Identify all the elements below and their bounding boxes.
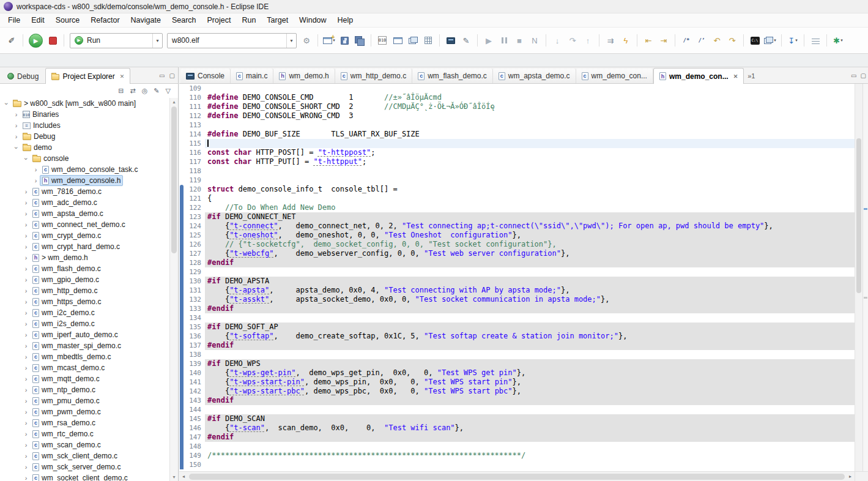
scroll-down-icon[interactable]: ▾ — [170, 474, 178, 480]
tree-item-content[interactable]: wm_sck_client_demo.c — [30, 450, 120, 461]
view-menu-icon[interactable]: ▽ — [166, 87, 171, 95]
code-line[interactable]: 118 — [179, 166, 855, 176]
tree-collapsed-arrow-icon[interactable]: › — [22, 277, 30, 283]
tree-item-content[interactable]: wm_crypt_hard_demo.c — [30, 241, 122, 252]
menu-file[interactable]: File — [2, 14, 26, 26]
tree-item-content[interactable]: wm_mbedtls_demo.c — [30, 351, 113, 362]
editor-maximize-icon[interactable]: ▢ — [859, 72, 868, 79]
tree-item[interactable]: ›wm_sck_server_demo.c — [0, 461, 169, 472]
tree-item[interactable]: ›wm_pmu_demo.c — [0, 395, 169, 406]
menu-navigate[interactable]: Navigate — [125, 14, 166, 26]
open-element-button[interactable] — [391, 33, 404, 48]
tree-collapsed-arrow-icon[interactable]: › — [22, 211, 30, 217]
tree-item[interactable]: ›wm_rsa_demo.c — [0, 417, 169, 428]
tree-expanded-arrow-icon[interactable]: › — [3, 100, 10, 108]
tree-collapsed-arrow-icon[interactable]: › — [22, 299, 30, 305]
scroll-up-icon[interactable]: ▴ — [170, 99, 178, 105]
tree-item-content[interactable]: wm_ntp_demo.c — [30, 384, 98, 395]
focus-task-icon[interactable]: ◎ — [142, 87, 148, 95]
tree-item[interactable]: ›> wm_demo.h — [0, 252, 169, 263]
vertical-scrollbar-thumb[interactable] — [856, 138, 861, 293]
tree-item[interactable]: ›wm_pwm_demo.c — [0, 406, 169, 417]
menu-help[interactable]: Help — [332, 14, 359, 26]
tree-item-content[interactable]: wm_adc_demo.c — [30, 197, 100, 208]
terminal-button[interactable] — [748, 33, 762, 48]
code-line[interactable]: 132 {"t-asskt", apsta_socket_demo, 0x0, … — [179, 295, 855, 304]
minimize-icon[interactable]: ▭ — [157, 72, 166, 79]
tree-collapsed-arrow-icon[interactable]: › — [22, 398, 30, 405]
link-with-editor-icon[interactable]: ⇄ — [130, 87, 135, 95]
code-line[interactable]: 112#define DEMO_CONSOLE_WRONG_CMD 3 — [179, 111, 855, 121]
tree-item-content[interactable]: wm_pmu_demo.c — [30, 395, 102, 406]
tree-item[interactable]: ›wm_https_demo.c — [0, 296, 169, 307]
menu-search[interactable]: Search — [166, 14, 202, 26]
code-line[interactable]: 120struct demo_console_info_t console_tb… — [179, 185, 855, 194]
tree-item[interactable]: ›wm_iperf_auto_demo.c — [0, 329, 169, 340]
tree-collapsed-arrow-icon[interactable]: › — [32, 177, 40, 184]
tree-collapsed-arrow-icon[interactable]: › — [22, 376, 30, 382]
editor-vertical-scrollbar[interactable] — [855, 84, 862, 471]
back-history-button[interactable]: ⇤ — [642, 33, 655, 48]
tree-item-content[interactable]: wm_i2s_demo.c — [30, 318, 97, 329]
tree-item[interactable]: ›wm_gpio_demo.c — [0, 274, 169, 285]
collapse-all-icon[interactable]: ⊟ — [118, 87, 124, 95]
horizontal-scrollbar-thumb[interactable] — [189, 474, 845, 480]
tree-item[interactable]: ›wm_sck_client_demo.c — [0, 450, 169, 461]
tree-item[interactable]: ›wm_http_demo.c — [0, 285, 169, 296]
resume-button[interactable]: ▶ — [482, 33, 495, 48]
tree-item-content[interactable]: wm_rsa_demo.c — [30, 417, 98, 428]
tree-item-content[interactable]: wm_demo_console_task.c — [40, 164, 140, 175]
code-line[interactable]: 109 — [179, 84, 855, 93]
tree-item-content[interactable]: wm_demo_console.h — [40, 175, 123, 186]
code-line[interactable]: 110#define DEMO_CONSOLE_CMD 1 //±»˝âÎöµÄ… — [179, 93, 855, 102]
tree-item-content[interactable]: wm_crypt_demo.c — [30, 230, 103, 241]
tree-item[interactable]: ›wm_i2s_demo.c — [0, 318, 169, 329]
tree-item-content[interactable]: wm_scan_demo.c — [30, 439, 103, 450]
tree-scrollbar-thumb[interactable] — [171, 106, 177, 253]
tree-item[interactable]: ›wm_7816_demo.c — [0, 186, 169, 197]
tree-collapsed-arrow-icon[interactable]: › — [22, 199, 30, 206]
tree-collapsed-arrow-icon[interactable]: › — [22, 431, 30, 438]
tree-item[interactable]: ›wm_crypt_demo.c — [0, 230, 169, 241]
download-run-button[interactable]: ↧▾ — [786, 33, 799, 48]
tree-item-content[interactable]: wm_gpio_demo.c — [30, 274, 102, 285]
tree-item-content[interactable]: wm_iperf_auto_demo.c — [30, 329, 121, 340]
code-line[interactable]: 129 — [179, 267, 855, 277]
open-console-button[interactable]: ▾ — [763, 33, 777, 48]
tree-expanded-arrow-icon[interactable]: › — [13, 144, 20, 152]
tree-item[interactable]: ›wm_demo_console_task.c — [0, 164, 169, 175]
tree-collapsed-arrow-icon[interactable]: › — [22, 255, 30, 261]
tree-item-content[interactable]: wm_flash_demo.c — [30, 263, 103, 274]
overview-marker[interactable] — [864, 208, 867, 210]
tree-item-content[interactable]: wm_pwm_demo.c — [30, 406, 103, 417]
suspend-button[interactable] — [497, 33, 511, 48]
tree-collapsed-arrow-icon[interactable]: › — [32, 166, 40, 173]
tree-item[interactable]: ›wm_ntp_demo.c — [0, 384, 169, 395]
code-line[interactable]: 138 — [179, 350, 855, 359]
code-line[interactable]: 125 {"t-oneshot", demo_oneshot, 0, 0, "T… — [179, 231, 855, 240]
sketch-brush-button[interactable]: ✐ — [5, 33, 18, 48]
code-line[interactable]: 115 — [179, 139, 855, 148]
close-icon[interactable]: ✕ — [733, 73, 738, 80]
tab-debug[interactable]: Debug — [1, 69, 45, 83]
code-line[interactable]: 114#define DEMO_BUF_SIZE TLS_UART_RX_BUF… — [179, 130, 855, 139]
editor-tab-console[interactable]: Console — [180, 69, 231, 83]
chevron-down-icon[interactable]: ▾ — [286, 34, 296, 48]
step-into-button[interactable]: ↓ — [551, 33, 564, 48]
tree-item-content[interactable]: wm_apsta_demo.c — [30, 208, 106, 219]
tree-item-content[interactable]: wm_socket_client_demo.c — [30, 472, 130, 481]
tree-item[interactable]: ›wm_mqtt_demo.c — [0, 373, 169, 384]
tree-item-content[interactable]: wm_7816_demo.c — [30, 186, 104, 197]
external-tools-button[interactable]: ✱▾ — [831, 33, 845, 48]
save-all-button[interactable] — [353, 33, 366, 48]
code-line[interactable]: 145#if DEMO_SCAN — [179, 414, 855, 423]
tree-item[interactable]: ›wm_connect_net_demo.c — [0, 219, 169, 230]
tree-item[interactable]: ›wm_socket_client_demo.c — [0, 472, 169, 481]
menu-source[interactable]: Source — [50, 14, 86, 26]
overview-ruler[interactable] — [862, 84, 868, 471]
skip-breakpoints-button[interactable]: ✎ — [459, 33, 473, 48]
stop-button[interactable] — [46, 33, 59, 48]
code-line[interactable]: 149/************************************… — [179, 451, 855, 460]
editor-horizontal-scrollbar[interactable]: ◂ ▸ — [179, 471, 855, 481]
tree-collapsed-arrow-icon[interactable]: › — [22, 387, 30, 393]
